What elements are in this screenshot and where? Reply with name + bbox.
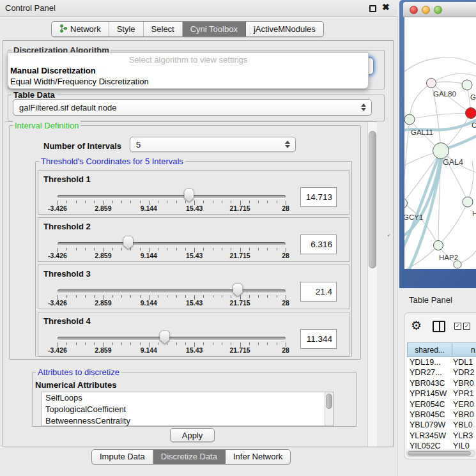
red-node[interactable]: [466, 108, 476, 119]
tab-select[interactable]: Select: [144, 22, 183, 36]
tab-label: Infer Network: [233, 452, 282, 461]
column-header-shared-name[interactable]: shared...: [407, 342, 452, 357]
table-row[interactable]: YDR27...YDR2: [407, 367, 476, 378]
tab-impute-data[interactable]: Impute Data: [92, 450, 153, 464]
cell-name[interactable]: YIL0: [450, 441, 470, 449]
network-edge[interactable]: [468, 161, 473, 202]
scrollbar-thumb[interactable]: [369, 131, 376, 268]
cell-shared-name[interactable]: YDR27...: [407, 367, 450, 378]
slider-tick-labels: -3.4262.8599.14415.4321.71528: [58, 204, 286, 213]
table-row[interactable]: YER054CYER0: [407, 399, 476, 410]
attribute-list-item[interactable]: BetweennessCentrality: [42, 415, 333, 426]
cell-name[interactable]: YPR1: [450, 388, 474, 399]
vertical-scrollbar[interactable]: [367, 122, 377, 447]
network-view-window[interactable]: GAL80GALCGAL11GAL4GCY1HHAP2: [399, 0, 476, 288]
dropdown-item-manual[interactable]: Manual Discretization: [10, 66, 367, 75]
network-edge[interactable]: [404, 119, 410, 203]
cell-shared-name[interactable]: YIL052C: [407, 441, 450, 449]
slider-track[interactable]: [58, 337, 286, 340]
threshold-value-field[interactable]: 11.344: [300, 329, 337, 349]
scrollbar-thumb[interactable]: [326, 394, 332, 409]
float-window-icon[interactable]: [369, 5, 376, 12]
apply-button[interactable]: Apply: [170, 428, 215, 442]
cell-shared-name[interactable]: YBL079W: [407, 420, 450, 430]
slider-track[interactable]: [58, 289, 286, 293]
HAP2-node[interactable]: [434, 241, 443, 250]
tab-jactivemnodules[interactable]: jActiveMNodules: [246, 22, 323, 36]
num-intervals-combobox[interactable]: 5: [130, 137, 296, 152]
cell-shared-name[interactable]: YPR145W: [407, 388, 450, 399]
table-row[interactable]: YPR145WYPR1: [407, 388, 476, 399]
slider-track[interactable]: [58, 195, 286, 198]
table-row[interactable]: YIL052CYIL0: [407, 441, 476, 449]
list-scrollbar[interactable]: [325, 392, 333, 426]
network-edge[interactable]: [410, 83, 431, 119]
bottom-node[interactable]: [454, 261, 461, 268]
dropdown-item-equal-width[interactable]: Equal Width/Frequency Discretization: [10, 77, 367, 86]
top-right-node[interactable]: [462, 80, 472, 90]
network-window-titlebar[interactable]: [403, 2, 476, 17]
zoom-traffic-light-icon[interactable]: [434, 6, 442, 14]
cell-shared-name[interactable]: YBR045C: [407, 410, 450, 420]
GAL80-node[interactable]: [427, 79, 436, 88]
threshold-value-field[interactable]: 21.4: [300, 282, 337, 302]
num-intervals-label: Number of Intervals: [43, 141, 121, 151]
cell-name[interactable]: YDL1: [450, 357, 473, 367]
checkbox-icon[interactable]: ✓: [454, 323, 461, 330]
column-header-name[interactable]: n...: [452, 342, 476, 357]
network-canvas[interactable]: GAL80GALCGAL11GAL4GCY1HHAP2: [404, 17, 476, 269]
cell-shared-name[interactable]: YBR043C: [407, 378, 450, 388]
cell-name[interactable]: YDR2: [450, 367, 474, 378]
network-edge[interactable]: [404, 58, 476, 75]
checkbox-icon[interactable]: ✓: [463, 323, 470, 330]
top-tab-bar: NetworkStyleSelectCyni ToolboxjActiveMNo…: [51, 21, 324, 37]
table-data-combobox[interactable]: galFiltered.sif default node: [13, 99, 372, 116]
network-edge[interactable]: [404, 245, 438, 269]
cell-name[interactable]: YBR0: [450, 378, 474, 388]
resize-grip-icon[interactable]: ↙: [387, 233, 391, 236]
table-row[interactable]: YDL19...YDL1: [407, 357, 476, 367]
GAL4-node[interactable]: [433, 143, 449, 159]
threshold-label: Threshold 2: [43, 222, 91, 231]
tab-discretize-data[interactable]: Discretize Data: [153, 450, 226, 464]
node-label: C: [472, 121, 476, 129]
cell-name[interactable]: YLR3: [450, 431, 473, 441]
minimize-traffic-light-icon[interactable]: [422, 6, 430, 14]
network-graph[interactable]: GAL80GALCGAL11GAL4GCY1HHAP2: [404, 17, 476, 269]
table-rows: YDL19...YDL1YDR27...YDR2YBR043CYBR0YPR14…: [407, 357, 476, 449]
attribute-list-item[interactable]: TopologicalCoefficient: [42, 404, 333, 415]
slider-track[interactable]: [58, 242, 286, 245]
GCY1-node[interactable]: [404, 199, 408, 208]
table-row[interactable]: YBR045CYBR0: [407, 410, 476, 420]
gear-icon[interactable]: ⚙: [411, 318, 422, 333]
GAL11-node[interactable]: [404, 114, 415, 125]
threshold-panel-4: Threshold 4-3.4262.8599.14415.4321.71528…: [38, 312, 349, 357]
cell-shared-name[interactable]: YLR345W: [407, 431, 450, 441]
table-row[interactable]: YBR043CYBR0: [407, 378, 476, 388]
tab-style[interactable]: Style: [109, 22, 144, 36]
tab-infer-network[interactable]: Infer Network: [226, 450, 290, 464]
threshold-value-field[interactable]: 14.713: [300, 187, 337, 207]
horizontal-scrollbar[interactable]: [406, 450, 475, 457]
scrollbar-thumb[interactable]: [408, 451, 471, 456]
close-traffic-light-icon[interactable]: [410, 6, 418, 14]
column-layout-icon[interactable]: [433, 321, 445, 332]
table-row[interactable]: YLR345WYLR3: [407, 431, 476, 441]
attribute-list-item[interactable]: SelfLoops: [42, 392, 333, 404]
cell-name[interactable]: YER0: [450, 399, 474, 410]
attributes-list[interactable]: SelfLoopsTopologicalCoefficientBetweenne…: [41, 392, 334, 426]
tab-label: Network: [70, 24, 101, 34]
cell-shared-name[interactable]: YDL19...: [407, 357, 450, 367]
close-icon[interactable]: ✖: [382, 2, 390, 12]
tab-network[interactable]: Network: [52, 22, 109, 36]
cell-name[interactable]: YBR0: [450, 410, 474, 420]
table-row[interactable]: YBL079WYBL0: [407, 420, 476, 430]
cell-name[interactable]: YBL0: [450, 420, 473, 430]
tab-cyni-toolbox[interactable]: Cyni Toolbox: [183, 22, 246, 36]
network-edge[interactable]: [410, 113, 471, 119]
slider-tick-labels: -3.4262.8599.14415.4321.71528: [58, 299, 286, 307]
right-node[interactable]: [463, 197, 473, 207]
network-edge[interactable]: [438, 202, 468, 245]
threshold-value-field[interactable]: 6.316: [300, 234, 337, 254]
cell-shared-name[interactable]: YER054C: [407, 399, 450, 410]
